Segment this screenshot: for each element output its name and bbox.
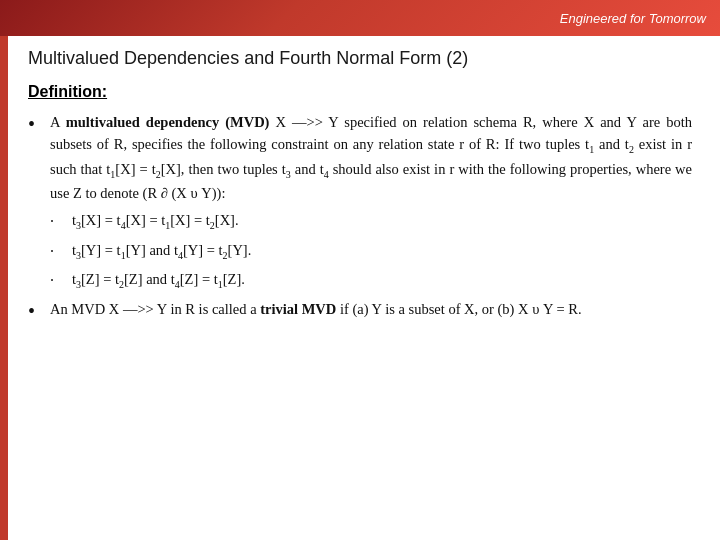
indented-equations: · t3[X] = t4[X] = t1[X] = t2[X]. · t3[Y]…	[50, 209, 692, 294]
bullet-2: • An MVD X —>> Y in R is called a trivia…	[28, 298, 692, 323]
main-content: Multivalued Dependencies and Fourth Norm…	[0, 36, 720, 540]
eq-2-text: t3[Y] = t1[Y] and t4[Y] = t2[Y].	[72, 239, 251, 263]
dot-3: ·	[50, 268, 72, 294]
mvd-bold-term: multivalued dependency (MVD)	[66, 114, 270, 130]
bullet-1-content: A multivalued dependency (MVD) X —>> Y s…	[50, 111, 692, 205]
bullet-dot-2: •	[28, 298, 50, 323]
eq-line-1: · t3[X] = t4[X] = t1[X] = t2[X].	[50, 209, 692, 235]
bullet-1: • A multivalued dependency (MVD) X —>> Y…	[28, 111, 692, 205]
dot-2: ·	[50, 239, 72, 265]
eq-line-2: · t3[Y] = t1[Y] and t4[Y] = t2[Y].	[50, 239, 692, 265]
content-body: • A multivalued dependency (MVD) X —>> Y…	[28, 111, 692, 323]
bullet-2-content: An MVD X —>> Y in R is called a trivial …	[50, 298, 692, 320]
page-title: Multivalued Dependencies and Fourth Norm…	[28, 48, 692, 69]
dot-1: ·	[50, 209, 72, 235]
trivial-mvd-bold: trivial MVD	[260, 301, 336, 317]
bullet-dot-1: •	[28, 111, 50, 136]
eq-3-text: t3[Z] = t2[Z] and t4[Z] = t1[Z].	[72, 268, 245, 292]
eq-1-text: t3[X] = t4[X] = t1[X] = t2[X].	[72, 209, 239, 233]
top-bar: Engineered for Tomorrow	[0, 0, 720, 36]
brand-text: Engineered for Tomorrow	[560, 11, 706, 26]
definition-heading: Definition:	[28, 83, 692, 101]
eq-line-3: · t3[Z] = t2[Z] and t4[Z] = t1[Z].	[50, 268, 692, 294]
